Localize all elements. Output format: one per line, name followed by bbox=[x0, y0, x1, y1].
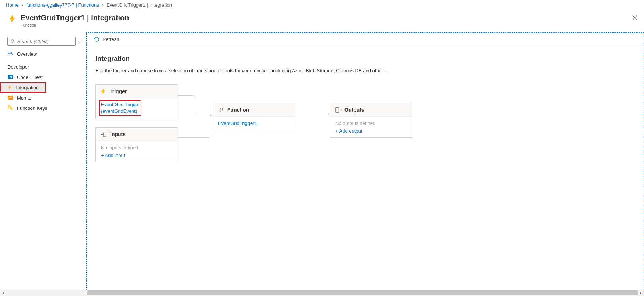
close-button[interactable] bbox=[632, 15, 637, 22]
section-title: Integration bbox=[95, 55, 635, 63]
scroll-track[interactable] bbox=[6, 290, 638, 296]
outputs-card: Outputs No outputs defined + Add output bbox=[330, 103, 412, 138]
sidebar-item-code-test[interactable]: Code + Test bbox=[0, 72, 86, 82]
bolt-icon bbox=[101, 88, 106, 94]
breadcrumb-sep: › bbox=[22, 2, 23, 8]
bolt-icon bbox=[7, 84, 13, 90]
horizontal-scrollbar[interactable]: ◄ ► bbox=[0, 290, 644, 296]
refresh-label: Refresh bbox=[102, 36, 119, 42]
inputs-card: Inputs No inputs defined + Add input bbox=[95, 127, 178, 162]
sidebar-item-integration[interactable]: Integration bbox=[0, 82, 46, 93]
sidebar: « Overview Developer Code + Test Integra… bbox=[0, 32, 86, 296]
sidebar-item-label: Integration bbox=[16, 85, 39, 90]
section-description: Edit the trigger and choose from a selec… bbox=[95, 68, 635, 73]
sidebar-item-function-keys[interactable]: Function Keys bbox=[0, 103, 86, 113]
sidebar-item-label: Code + Test bbox=[17, 74, 43, 80]
add-output-link[interactable]: + Add output bbox=[335, 128, 407, 134]
input-icon bbox=[101, 132, 106, 137]
card-title: Trigger bbox=[109, 88, 127, 94]
sidebar-item-overview[interactable]: Overview bbox=[0, 49, 86, 59]
add-input-link[interactable]: + Add input bbox=[101, 153, 172, 158]
card-header: Trigger bbox=[96, 85, 178, 98]
monitor-icon bbox=[7, 95, 13, 101]
scroll-left-arrow-icon[interactable]: ◄ bbox=[0, 291, 6, 295]
trigger-card: Trigger Event Grid Trigger (eventGridEve… bbox=[95, 84, 178, 119]
outputs-empty-text: No outputs defined bbox=[335, 121, 407, 126]
trigger-link-line2: (eventGridEvent) bbox=[101, 108, 137, 114]
svg-line-1 bbox=[14, 42, 15, 43]
sidebar-item-label: Overview bbox=[17, 51, 37, 57]
breadcrumb-home[interactable]: Home bbox=[6, 2, 19, 8]
scroll-thumb[interactable] bbox=[87, 290, 638, 295]
page-title: EventGridTrigger1 | Integration bbox=[21, 14, 129, 22]
key-icon bbox=[7, 105, 13, 111]
card-header: Inputs bbox=[96, 128, 178, 141]
svg-point-0 bbox=[11, 39, 14, 42]
card-title: Outputs bbox=[344, 107, 364, 113]
breadcrumb-sep: › bbox=[102, 2, 104, 8]
page-subtitle: Function bbox=[21, 23, 129, 27]
function-icon: f bbox=[218, 107, 224, 113]
function-name-link[interactable]: EventGridTrigger1 bbox=[218, 121, 257, 126]
connector-line bbox=[178, 95, 196, 116]
main-content: Refresh Integration Edit the trigger and… bbox=[86, 32, 644, 296]
output-icon bbox=[335, 107, 341, 113]
search-input[interactable] bbox=[17, 39, 72, 44]
card-header: Outputs bbox=[330, 103, 412, 117]
page-header: EventGridTrigger1 | Integration Function bbox=[0, 10, 644, 32]
connector-line bbox=[178, 116, 213, 138]
trigger-link-line1: Event Grid Trigger bbox=[101, 102, 140, 107]
trigger-link[interactable]: Event Grid Trigger (eventGridEvent) bbox=[101, 101, 140, 115]
refresh-icon bbox=[94, 36, 99, 42]
overview-icon bbox=[7, 51, 13, 57]
toolbar: Refresh bbox=[87, 33, 644, 46]
refresh-button[interactable]: Refresh bbox=[94, 36, 119, 42]
breadcrumb-current: EventGridTrigger1 | Integration bbox=[106, 2, 172, 8]
collapse-sidebar-button[interactable]: « bbox=[78, 39, 81, 43]
sidebar-section-developer: Developer bbox=[0, 59, 86, 72]
sidebar-item-label: Monitor bbox=[17, 95, 33, 101]
bolt-icon bbox=[9, 14, 16, 24]
card-title: Function bbox=[227, 107, 249, 113]
scroll-right-arrow-icon[interactable]: ► bbox=[638, 291, 644, 295]
card-header: f Function bbox=[213, 103, 295, 117]
svg-text:f: f bbox=[221, 108, 223, 112]
sidebar-item-monitor[interactable]: Monitor bbox=[0, 93, 86, 103]
search-box[interactable] bbox=[7, 37, 76, 46]
search-icon bbox=[11, 39, 15, 44]
sidebar-item-label: Function Keys bbox=[17, 105, 47, 111]
integration-diagram: Trigger Event Grid Trigger (eventGridEve… bbox=[95, 84, 635, 180]
function-card: f Function EventGridTrigger1 bbox=[213, 103, 295, 130]
code-icon bbox=[7, 74, 13, 80]
breadcrumb-app[interactable]: functions-ggailey777-7 | Functions bbox=[26, 2, 99, 8]
inputs-empty-text: No inputs defined bbox=[101, 145, 172, 150]
breadcrumb: Home › functions-ggailey777-7 | Function… bbox=[0, 0, 644, 10]
card-title: Inputs bbox=[110, 131, 126, 137]
